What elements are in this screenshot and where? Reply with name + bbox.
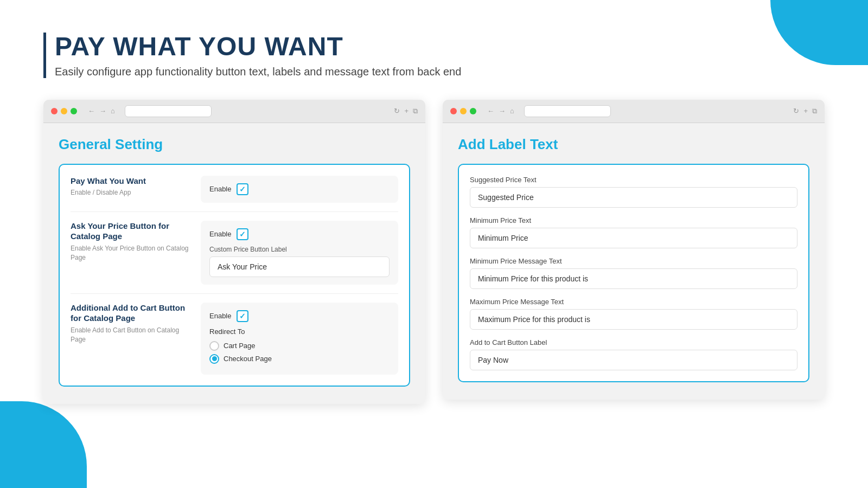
left-browser-window: ← → ⌂ ↻ + ⧉ General Setting Pay	[43, 100, 425, 404]
enable-checkbox-1[interactable]: ✓	[237, 183, 248, 195]
browser-actions-right: ↻ + ⧉	[793, 107, 817, 115]
page-subtitle: Easily configure app functionality butto…	[55, 66, 825, 78]
ask-your-price-input[interactable]	[209, 256, 390, 277]
traffic-lights-left	[51, 108, 77, 114]
radio-cart-label: Cart Page	[224, 342, 256, 350]
page-header: PAY WHAT YOU WANT Easily configure app f…	[43, 33, 825, 78]
right-titlebar: ← → ⌂ ↻ + ⧉	[443, 100, 825, 123]
right-browser-window: ← → ⌂ ↻ + ⧉ Add Label Text Suggested Pri…	[443, 100, 825, 400]
custom-label-text: Custom Price Button Label	[209, 246, 390, 253]
form-label-maximum-price-message: Maximum Price Message Text	[470, 298, 797, 306]
form-field-maximum-price-message: Maximum Price Message Text	[470, 298, 797, 330]
right-section-title: Add Label Text	[458, 136, 809, 153]
add-tab-icon-left[interactable]: +	[404, 107, 409, 115]
form-input-minimum-price-message[interactable]	[470, 268, 797, 289]
left-window-content: General Setting Pay What You Want Enable…	[43, 123, 425, 404]
form-field-minimum-price-text: Minimum Price Text	[470, 216, 797, 248]
radio-dot-checkout	[212, 356, 217, 361]
enable-row-1: Enable ✓	[209, 183, 390, 195]
tl-yellow-left[interactable]	[61, 108, 67, 114]
setting-controls-2: Enable ✓ Custom Price Button Label	[201, 221, 398, 285]
left-section-title: General Setting	[59, 136, 410, 153]
browser-controls-left: ← → ⌂	[88, 107, 115, 115]
checkmark-1: ✓	[239, 185, 246, 194]
setting-desc-2: Enable Ask Your Price Button on Catalog …	[71, 244, 190, 262]
browser-actions-left: ↻ + ⧉	[394, 107, 418, 115]
tl-green-right[interactable]	[470, 108, 476, 114]
browser-search-left[interactable]	[125, 105, 212, 117]
setting-label-1: Pay What You Want Enable / Disable App	[71, 176, 190, 197]
radio-checkout[interactable]	[209, 354, 219, 364]
enable-checkbox-3[interactable]: ✓	[237, 310, 248, 322]
windows-row: ← → ⌂ ↻ + ⧉ General Setting Pay	[43, 100, 825, 404]
form-label-add-to-cart: Add to Cart Button Label	[470, 338, 797, 346]
tl-red-left[interactable]	[51, 108, 58, 114]
back-icon-right[interactable]: ←	[487, 107, 494, 115]
refresh-icon-left[interactable]: ↻	[394, 107, 400, 115]
home-icon[interactable]: ⌂	[111, 107, 115, 115]
forward-icon-right[interactable]: →	[499, 107, 506, 115]
setting-label-3: Additional Add to Cart Button for Catalo…	[71, 303, 190, 344]
setting-label-2: Ask Your Price Button for Catalog Page E…	[71, 221, 190, 262]
setting-title-2: Ask Your Price Button for Catalog Page	[71, 221, 190, 242]
right-window-content: Add Label Text Suggested Price Text Mini…	[443, 123, 825, 400]
enable-label-1: Enable	[209, 185, 231, 193]
page-title: PAY WHAT YOU WANT	[55, 33, 825, 61]
setting-title-1: Pay What You Want	[71, 176, 190, 187]
form-label-suggested-price-text: Suggested Price Text	[470, 176, 797, 184]
traffic-lights-right	[450, 108, 476, 114]
browser-search-right[interactable]	[524, 105, 611, 117]
setting-desc-1: Enable / Disable App	[71, 188, 190, 197]
window-icon-left[interactable]: ⧉	[413, 107, 418, 115]
setting-controls-3: Enable ✓ Redirect To Cart Page	[201, 303, 398, 375]
radio-cart[interactable]	[209, 341, 219, 351]
setting-desc-3: Enable Add to Cart Button on Catalog Pag…	[71, 326, 190, 344]
form-input-suggested-price-text[interactable]	[470, 187, 797, 208]
enable-label-2: Enable	[209, 230, 231, 238]
tl-green-left[interactable]	[71, 108, 77, 114]
add-tab-icon-right[interactable]: +	[803, 107, 808, 115]
form-field-minimum-price-message: Minimum Price Message Text	[470, 257, 797, 289]
settings-card: Pay What You Want Enable / Disable App E…	[59, 164, 410, 387]
home-icon-right[interactable]: ⌂	[510, 107, 514, 115]
enable-checkbox-2[interactable]: ✓	[237, 228, 248, 240]
form-field-suggested-price-text: Suggested Price Text	[470, 176, 797, 208]
form-label-minimum-price-text: Minimum Price Text	[470, 216, 797, 224]
form-input-maximum-price-message[interactable]	[470, 309, 797, 330]
enable-label-3: Enable	[209, 312, 231, 320]
tl-yellow-right[interactable]	[460, 108, 467, 114]
form-input-add-to-cart[interactable]	[470, 350, 797, 370]
setting-title-3: Additional Add to Cart Button for Catalo…	[71, 303, 190, 324]
radio-option-cart: Cart Page	[209, 341, 390, 351]
form-input-minimum-price-text[interactable]	[470, 228, 797, 248]
back-icon[interactable]: ←	[88, 107, 95, 115]
enable-row-3: Enable ✓	[209, 310, 390, 322]
refresh-icon-right[interactable]: ↻	[793, 107, 799, 115]
checkmark-2: ✓	[239, 230, 246, 239]
redirect-label: Redirect To	[209, 328, 390, 336]
tl-red-right[interactable]	[450, 108, 457, 114]
setting-row-add-to-cart: Additional Add to Cart Button for Catalo…	[71, 294, 398, 375]
window-icon-right[interactable]: ⧉	[812, 107, 817, 115]
checkmark-3: ✓	[239, 312, 246, 320]
left-titlebar: ← → ⌂ ↻ + ⧉	[43, 100, 425, 123]
forward-icon[interactable]: →	[99, 107, 106, 115]
label-form: Suggested Price Text Minimum Price Text …	[458, 164, 809, 382]
setting-row-pay-what-you-want: Pay What You Want Enable / Disable App E…	[71, 176, 398, 212]
form-field-add-to-cart-label: Add to Cart Button Label	[470, 338, 797, 370]
browser-controls-right: ← → ⌂	[487, 107, 514, 115]
setting-row-ask-price: Ask Your Price Button for Catalog Page E…	[71, 212, 398, 294]
radio-option-checkout: Checkout Page	[209, 354, 390, 364]
setting-controls-1: Enable ✓	[201, 176, 398, 203]
form-label-minimum-price-message: Minimum Price Message Text	[470, 257, 797, 265]
enable-row-2: Enable ✓	[209, 228, 390, 240]
radio-checkout-label: Checkout Page	[224, 355, 272, 363]
